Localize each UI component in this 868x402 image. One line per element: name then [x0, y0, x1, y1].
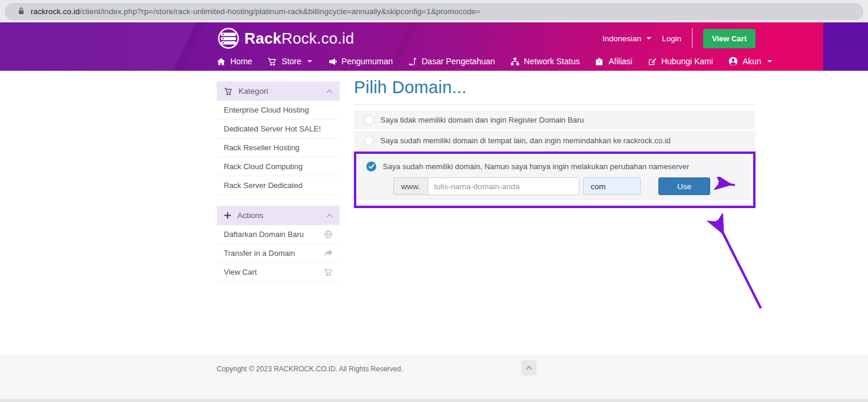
- actions-panel: Actions Daftarkan Domain Baru Transfer i…: [217, 206, 340, 282]
- server-stack-logo-icon: [217, 27, 240, 50]
- megaphone-icon: [327, 57, 337, 66]
- caret-down-icon: [647, 37, 651, 39]
- main-nav: Home Store Pengumuman Dasar Pengetahua: [217, 53, 756, 70]
- nav-item-pengumuman[interactable]: Pengumuman: [327, 57, 393, 66]
- www-prefix-addon: www.: [393, 177, 428, 195]
- site-logo[interactable]: RackRock.co.id: [217, 27, 354, 50]
- cart-icon: [323, 268, 333, 276]
- url-domain: rackrock.co.id: [31, 7, 79, 16]
- domain-input-group: www. Use: [393, 177, 751, 195]
- cart-icon: [224, 87, 233, 95]
- user-icon: [728, 57, 738, 66]
- sidebar: Kategori Enterprise Cloud Hosting Dedica…: [217, 81, 340, 292]
- kategori-title: Kategori: [238, 87, 268, 95]
- url-path: /client/index.php?rp=/store/rack-unlimit…: [79, 7, 481, 16]
- use-button[interactable]: Use: [658, 177, 710, 195]
- domain-option-transfer[interactable]: Saya sudah memiliki domain di tempat lai…: [354, 131, 756, 150]
- login-label: Login: [662, 34, 681, 43]
- sidebar-item-rack-reseller-hosting[interactable]: Rack Reseller Hosting: [217, 139, 340, 157]
- address-bar[interactable]: rackrock.co.id/client/index.php?rp=/stor…: [5, 3, 863, 20]
- nav-item-afiliasi[interactable]: Afiliasi: [595, 57, 632, 66]
- briefcase-icon: [595, 57, 604, 66]
- radio-unchecked[interactable]: [364, 115, 374, 125]
- language-selector[interactable]: Indonesian: [602, 34, 651, 43]
- domain-option-nameserver[interactable]: Saya sudah memiliki domain, Namun saya h…: [358, 159, 751, 173]
- title-divider: [354, 104, 756, 105]
- plus-icon: [224, 212, 231, 219]
- annotation-box-inner-gap: [356, 200, 753, 206]
- header-divider: [692, 28, 693, 48]
- annotation-arrow-large: [707, 213, 766, 314]
- network-icon: [511, 57, 519, 66]
- tld-input[interactable]: [583, 177, 641, 195]
- scroll-icon: [408, 57, 417, 66]
- padlock-icon: [18, 7, 25, 15]
- globe-icon: [324, 230, 333, 239]
- login-link[interactable]: Login: [662, 34, 681, 43]
- radio-checked[interactable]: [366, 162, 376, 172]
- actions-title: Actions: [237, 211, 263, 220]
- main-content: Pilih Domain... Saya tidak memiliki doma…: [354, 78, 756, 208]
- nav-item-dasar-pengetahuan[interactable]: Dasar Pengetahuan: [408, 57, 495, 66]
- nav-item-network-status[interactable]: Network Status: [511, 57, 580, 66]
- language-label: Indonesian: [602, 34, 641, 43]
- domain-name-input[interactable]: [428, 177, 579, 195]
- home-icon: [217, 57, 226, 66]
- view-cart-button[interactable]: View Cart: [703, 29, 756, 48]
- copyright-text: Copyright © 2023 RACKROCK.CO.ID. All Rig…: [217, 365, 403, 373]
- option-label: Saya tidak memiliki domain dan ingin Reg…: [380, 116, 584, 124]
- sidebar-item-rack-cloud-computing[interactable]: Rack Cloud Computing: [217, 157, 340, 176]
- caret-down-icon: [767, 60, 772, 62]
- actions-panel-header[interactable]: Actions: [217, 206, 340, 225]
- browser-toolbar: rackrock.co.id/client/index.php?rp=/stor…: [0, 0, 868, 22]
- logo-text: RackRock.co.id: [244, 29, 354, 48]
- nav-item-akun[interactable]: Akun: [728, 57, 772, 66]
- option-label: Saya sudah memiliki domain di tempat lai…: [380, 136, 671, 145]
- header-right-purple-block: [823, 22, 868, 71]
- nav-item-home[interactable]: Home: [217, 57, 252, 66]
- caret-down-icon: [307, 60, 312, 62]
- nav-item-store[interactable]: Store: [267, 57, 312, 66]
- site-header: RackRock.co.id Indonesian Login View Car…: [0, 22, 868, 71]
- action-item-daftarkan-domain-baru[interactable]: Daftarkan Domain Baru: [217, 225, 340, 244]
- domain-option-nameserver-panel: Saya sudah memiliki domain, Namun saya h…: [358, 156, 751, 200]
- domain-option-register-new[interactable]: Saya tidak memiliki domain dan ingin Reg…: [354, 110, 756, 129]
- scroll-to-top-button[interactable]: [521, 360, 536, 375]
- action-item-view-cart[interactable]: View Cart: [217, 263, 340, 282]
- footer: Copyright © 2023 RACKROCK.CO.ID. All Rig…: [0, 355, 868, 402]
- cart-icon: [267, 57, 277, 66]
- page-title: Pilih Domain...: [354, 78, 756, 97]
- option-label: Saya sudah memiliki domain, Namun saya h…: [383, 162, 689, 171]
- share-arrow-icon: [324, 249, 333, 257]
- nav-item-hubungi-kami[interactable]: Hubungi Kami: [648, 57, 713, 66]
- radio-unchecked[interactable]: [364, 136, 374, 146]
- chevron-up-icon: [326, 212, 333, 220]
- kategori-panel-header[interactable]: Kategori: [217, 81, 340, 101]
- action-item-transfer-in-a-domain[interactable]: Transfer in a Domain: [217, 244, 340, 263]
- sidebar-item-enterprise-cloud-hosting[interactable]: Enterprise Cloud Hosting: [217, 101, 340, 120]
- kategori-panel: Kategori Enterprise Cloud Hosting Dedica…: [217, 81, 340, 195]
- sidebar-item-dedicated-server-hot-sale[interactable]: Dedicated Server Hot SALE!: [217, 120, 340, 139]
- chevron-up-icon: [326, 87, 333, 95]
- sidebar-item-rack-server-dedicated[interactable]: Rack Server Dedicated: [217, 176, 340, 195]
- compose-icon: [648, 57, 657, 66]
- annotation-highlight-box: Saya sudah memiliki domain, Namun saya h…: [354, 151, 756, 208]
